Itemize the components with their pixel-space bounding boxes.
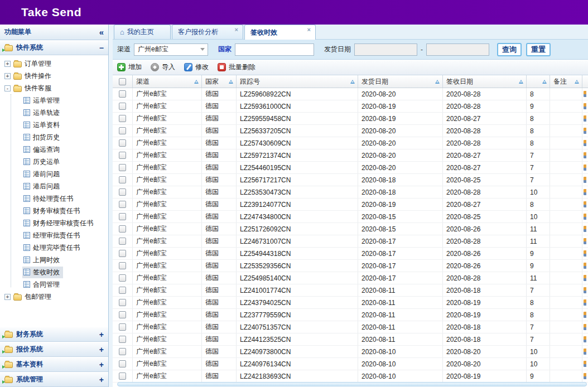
table-row[interactable]: 广州e邮宝德国LZ247434800CN2020-08-152020-08-25… <box>113 211 588 223</box>
table-row[interactable]: 广州e邮宝德国LZ241001774CN2020-08-112020-08-18… <box>113 284 588 297</box>
select-all-checkbox[interactable] <box>119 78 126 85</box>
row-checkbox[interactable] <box>119 176 126 183</box>
sidebar-item[interactable]: 扣货历史 <box>22 131 108 143</box>
expander-icon[interactable]: + <box>4 61 11 67</box>
table-row[interactable]: 广州e邮宝德国LZ239124077CN2020-08-192020-08-27… <box>113 199 588 211</box>
column-header[interactable]: 备注 <box>550 75 582 88</box>
table-row[interactable]: 广州e邮宝德国LZ256717217CN2020-08-182020-08-25… <box>113 174 588 186</box>
import-button[interactable]: 导入 <box>151 62 175 72</box>
ship-date-from-input[interactable] <box>354 43 417 56</box>
expander-icon[interactable]: + <box>4 73 11 79</box>
column-header[interactable]: 发货日期 <box>358 75 443 88</box>
sidebar-item[interactable]: 运单轨迹 <box>22 107 108 119</box>
tab-sign-aging[interactable]: 签收时效× <box>244 25 316 40</box>
tab-home[interactable]: ⌂我的主页 <box>114 25 171 39</box>
expand-icon[interactable]: + <box>99 375 104 384</box>
tree-folder-item[interactable]: -快件客服 <box>3 82 108 94</box>
row-checkbox[interactable] <box>119 115 126 122</box>
column-header[interactable]: 跟踪号 <box>237 75 358 88</box>
table-row[interactable]: 广州e邮宝德国LZ240751357CN2020-08-112020-08-18… <box>113 321 588 333</box>
row-checkbox[interactable] <box>119 250 126 257</box>
table-row[interactable]: 广州e邮宝德国LZ246731007CN2020-08-172020-08-28… <box>113 235 588 248</box>
sidebar-item[interactable]: 合同管理 <box>22 278 108 291</box>
table-row[interactable]: 广州e邮宝德国LZ240973800CN2020-08-102020-08-20… <box>113 346 588 358</box>
edit-button[interactable]: 修改 <box>184 62 209 72</box>
row-checkbox[interactable] <box>119 348 126 355</box>
row-checkbox[interactable] <box>119 127 126 134</box>
batch-delete-button[interactable]: 批量删除 <box>218 62 256 72</box>
sidebar-item[interactable]: 签收时效 <box>22 266 108 278</box>
table-row[interactable]: 广州e邮宝德国LZ256337205CN2020-08-202020-08-28… <box>113 125 588 137</box>
table-row[interactable]: 广州e邮宝德国LZ254460195CN2020-08-202020-08-27… <box>113 162 588 174</box>
sidebar-item[interactable]: 财务经理审核责任书 <box>22 217 108 229</box>
table-row[interactable]: 广州e邮宝德国LZ242183693CN2020-08-102020-08-19… <box>113 370 588 383</box>
row-checkbox[interactable] <box>119 336 126 343</box>
country-input[interactable] <box>235 43 314 56</box>
table-row[interactable]: 广州e邮宝德国LZ253529356CN2020-08-172020-08-26… <box>113 260 588 272</box>
sidebar-section[interactable]: 财务系统+ <box>0 327 108 342</box>
row-checkbox[interactable] <box>119 139 126 147</box>
row-checkbox[interactable] <box>119 103 126 110</box>
sidebar-item[interactable]: 财务审核责任书 <box>22 205 108 217</box>
column-header[interactable]: 签收日期 <box>443 75 527 88</box>
row-checkbox[interactable] <box>119 262 126 269</box>
sidebar-item[interactable]: 港后问题 <box>22 180 108 192</box>
table-row[interactable]: 广州e邮宝德国LZ243794025CN2020-08-112020-08-19… <box>113 297 588 309</box>
table-row[interactable]: 广州e邮宝德国LZ257430609CN2020-08-202020-08-28… <box>113 137 588 149</box>
table-row[interactable]: 广州e邮宝德国LZ251726092CN2020-08-152020-08-26… <box>113 223 588 235</box>
row-checkbox[interactable] <box>119 152 126 159</box>
row-checkbox[interactable] <box>119 213 126 220</box>
table-row[interactable]: 广州e邮宝德国LZ237779559CN2020-08-112020-08-19… <box>113 309 588 321</box>
table-row[interactable]: 广州e邮宝德国LZ259608922CN2020-08-202020-08-28… <box>113 88 588 100</box>
sidebar-item[interactable]: 运单资料 <box>22 119 108 131</box>
column-header[interactable]: 国家 <box>202 75 237 88</box>
sidebar-item[interactable]: 待处理责任书 <box>22 192 108 205</box>
row-checkbox[interactable] <box>119 238 126 245</box>
expand-icon[interactable]: + <box>99 360 104 369</box>
sidebar-item[interactable]: 上网时效 <box>22 254 108 266</box>
add-button[interactable]: 增加 <box>117 62 142 72</box>
table-row[interactable]: 广州e邮宝德国LZ259721374CN2020-08-202020-08-27… <box>113 149 588 162</box>
expand-icon[interactable]: + <box>99 330 104 339</box>
table-row[interactable]: 广州e邮宝德国LZ253530473CN2020-08-182020-08-28… <box>113 186 588 199</box>
row-checkbox[interactable] <box>119 323 126 331</box>
collapse-section-icon[interactable]: − <box>99 43 104 52</box>
sidebar-item[interactable]: 偏远查询 <box>22 143 108 156</box>
row-checkbox[interactable] <box>119 225 126 233</box>
table-row[interactable]: 广州e邮宝德国LZ254985140CN2020-08-172020-08-28… <box>113 272 588 284</box>
tab-customer-quote-analysis[interactable]: 客户报价分析× <box>172 25 243 39</box>
close-icon[interactable]: × <box>235 25 238 33</box>
sidebar-item[interactable]: 运单管理 <box>22 94 108 107</box>
table-row[interactable]: 广州e邮宝德国LZ240976134CN2020-08-102020-08-20… <box>113 358 588 370</box>
row-checkbox[interactable] <box>119 311 126 318</box>
table-row[interactable]: 广州e邮宝德国LZ259361000CN2020-08-192020-08-28… <box>113 100 588 113</box>
table-row[interactable]: 广州e邮宝德国LZ244123525CN2020-08-112020-08-18… <box>113 333 588 346</box>
horizontal-scrollbar[interactable] <box>117 382 587 386</box>
row-checkbox[interactable] <box>119 188 126 196</box>
row-checkbox[interactable] <box>119 360 126 367</box>
expander-icon[interactable]: - <box>4 85 11 91</box>
sidebar-section[interactable]: 系统管理+ <box>0 372 108 387</box>
tree-folder-item[interactable]: +订单管理 <box>3 57 108 70</box>
sidebar-splitter[interactable] <box>109 25 113 387</box>
table-row[interactable]: 广州e邮宝德国LZ259559458CN2020-08-192020-08-27… <box>113 113 588 125</box>
sidebar-item[interactable]: 经理审批责任书 <box>22 229 108 241</box>
row-checkbox[interactable] <box>119 299 126 306</box>
ship-date-to-input[interactable] <box>426 43 489 56</box>
column-header[interactable] <box>527 75 550 88</box>
channel-select[interactable]: 广州e邮宝 <box>134 43 208 56</box>
tree-folder-item[interactable]: +包邮管理 <box>3 291 108 303</box>
query-button[interactable]: 查询 <box>497 43 522 56</box>
sidebar-item[interactable]: 历史运单 <box>22 156 108 168</box>
sidebar-section-express[interactable]: 快件系统 − <box>0 40 108 55</box>
reset-button[interactable]: 重置 <box>526 43 551 56</box>
collapse-sidebar-icon[interactable]: « <box>99 27 104 37</box>
column-header[interactable]: 渠道 <box>133 75 202 88</box>
row-checkbox[interactable] <box>119 287 126 294</box>
row-checkbox[interactable] <box>119 90 126 98</box>
tree-folder-item[interactable]: +快件操作 <box>3 70 108 82</box>
row-checkbox[interactable] <box>119 274 126 282</box>
expand-icon[interactable]: + <box>99 345 104 354</box>
row-checkbox[interactable] <box>119 164 126 171</box>
sidebar-item[interactable]: 处理完毕责任书 <box>22 241 108 254</box>
